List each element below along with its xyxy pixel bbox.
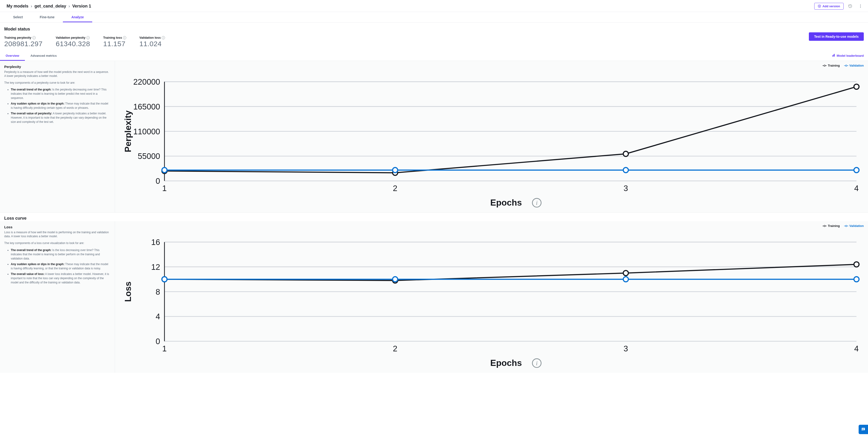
- perplexity-chart-area: Training Validation 05500011000016500022…: [115, 61, 868, 212]
- line-marker-icon: [823, 64, 827, 67]
- plus-circle-icon: [818, 4, 821, 8]
- svg-text:165000: 165000: [133, 102, 160, 111]
- svg-point-34: [162, 168, 167, 173]
- svg-point-45: [845, 225, 847, 227]
- primary-tabs: Select Fine-tune Analyze: [0, 12, 868, 23]
- svg-point-68: [854, 277, 859, 282]
- svg-text:Epochs: Epochs: [490, 358, 522, 368]
- model-status-block: Model status Training perplexityi 208981…: [0, 23, 868, 51]
- top-actions: Add version: [814, 2, 864, 10]
- perplexity-components-lead: The key components of a perplexity curve…: [4, 81, 111, 85]
- metric-training-loss: Training lossi 11.157: [103, 36, 126, 48]
- line-marker-icon: [823, 225, 827, 227]
- perplexity-subheading: Perplexity: [4, 65, 111, 69]
- breadcrumb-version[interactable]: Version 1: [72, 4, 91, 9]
- breadcrumb-model[interactable]: get_cand_delay: [34, 4, 66, 9]
- metric-validation-perplexity: Validation perplexityi 61340.328: [56, 36, 90, 48]
- chart-legend: Training Validation: [823, 224, 864, 228]
- loss-chart-area: Training Validation 04812161234LossEpoch…: [115, 221, 868, 373]
- legend-training[interactable]: Training: [823, 64, 840, 67]
- metric-label: Training loss: [103, 36, 122, 39]
- metric-validation-loss: Validation lossi 11.024: [140, 36, 165, 48]
- legend-validation[interactable]: Validation: [844, 64, 864, 67]
- chat-fab-icon[interactable]: [859, 425, 868, 434]
- svg-point-36: [623, 168, 628, 173]
- svg-point-14: [845, 65, 847, 66]
- svg-text:3: 3: [623, 344, 628, 353]
- test-ready-models-button[interactable]: Test in Ready-to-use models: [809, 32, 864, 41]
- list-item: Any sudden spikes or dips in the graph: …: [11, 101, 111, 110]
- add-version-label: Add version: [823, 4, 840, 8]
- svg-text:i: i: [536, 200, 537, 206]
- metric-value: 208981.297: [4, 40, 43, 48]
- svg-text:16: 16: [151, 238, 160, 246]
- svg-text:4: 4: [854, 184, 859, 193]
- metric-value: 11.157: [103, 40, 126, 48]
- svg-point-37: [854, 168, 859, 173]
- svg-text:0: 0: [156, 176, 160, 186]
- svg-text:55000: 55000: [138, 152, 160, 161]
- svg-rect-10: [834, 54, 835, 57]
- tab-fine-tune[interactable]: Fine-tune: [31, 12, 63, 22]
- perplexity-intro: Perplexity is a measure of how well the …: [4, 70, 111, 78]
- loss-section: Loss Loss is a measure of how well the m…: [0, 221, 868, 373]
- svg-rect-74: [862, 429, 864, 430]
- chevron-right-icon: ›: [68, 4, 70, 9]
- svg-rect-8: [832, 55, 833, 57]
- model-status-heading: Model status: [4, 27, 165, 32]
- tab-advanced-metrics[interactable]: Advanced metrics: [25, 51, 62, 61]
- secondary-tabs-row: Overview Advanced metrics Model leaderbo…: [0, 51, 868, 61]
- perplexity-chart[interactable]: 0550001100001650002200001234PerplexityEp…: [119, 64, 864, 210]
- info-icon[interactable]: i: [123, 36, 126, 39]
- svg-text:Perplexity: Perplexity: [123, 110, 133, 153]
- add-version-button[interactable]: Add version: [814, 3, 844, 10]
- svg-text:Loss: Loss: [123, 281, 133, 302]
- metric-label: Training perplexity: [4, 36, 31, 39]
- svg-text:2: 2: [393, 344, 397, 353]
- svg-text:12: 12: [151, 263, 160, 271]
- tab-overview[interactable]: Overview: [0, 51, 25, 61]
- chevron-right-icon: ›: [31, 4, 32, 9]
- top-bar: My models › get_cand_delay › Version 1 A…: [0, 0, 868, 12]
- legend-label: Training: [828, 224, 840, 228]
- legend-training[interactable]: Training: [823, 224, 840, 228]
- metric-value: 61340.328: [56, 40, 90, 48]
- list-item: The overall value of loss: A lower loss …: [11, 272, 111, 284]
- svg-point-6: [860, 6, 861, 6]
- list-item: The overall value of perplexity: A lower…: [11, 111, 111, 124]
- svg-point-35: [393, 168, 398, 173]
- svg-point-12: [824, 65, 825, 66]
- loss-intro: Loss is a measure of how well the model …: [4, 230, 111, 238]
- legend-validation[interactable]: Validation: [844, 224, 864, 228]
- svg-point-63: [623, 270, 628, 276]
- legend-label: Validation: [849, 64, 864, 67]
- kebab-menu-icon[interactable]: [857, 2, 864, 10]
- tab-select[interactable]: Select: [5, 12, 31, 22]
- main-scroll-area[interactable]: Model status Training perplexityi 208981…: [0, 23, 868, 436]
- model-leaderboard-link[interactable]: Model leaderboard: [832, 54, 864, 58]
- svg-point-33: [854, 84, 859, 89]
- leaderboard-label: Model leaderboard: [837, 54, 864, 58]
- svg-point-32: [623, 151, 628, 156]
- info-icon[interactable]: i: [32, 36, 36, 39]
- svg-text:i: i: [536, 360, 537, 367]
- tab-analyze[interactable]: Analyze: [63, 12, 92, 22]
- info-icon[interactable]: i: [86, 36, 90, 39]
- svg-text:1: 1: [162, 184, 166, 193]
- info-icon[interactable]: i: [162, 36, 165, 39]
- svg-text:220000: 220000: [133, 77, 160, 86]
- loss-components-lead: The key components of a loss curve visua…: [4, 241, 111, 245]
- history-icon[interactable]: [846, 2, 854, 10]
- breadcrumb-root[interactable]: My models: [6, 4, 28, 9]
- svg-text:2: 2: [393, 184, 397, 193]
- metrics-row: Training perplexityi 208981.297 Validati…: [4, 36, 165, 48]
- svg-rect-73: [862, 429, 864, 429]
- loss-curve-heading: Loss curve: [0, 212, 868, 221]
- list-item: The overall trend of the graph: Is the p…: [11, 88, 111, 100]
- line-marker-icon: [844, 64, 848, 67]
- metric-label: Validation loss: [140, 36, 161, 39]
- svg-point-64: [854, 262, 859, 267]
- loss-chart[interactable]: 04812161234LossEpochsi: [119, 225, 864, 370]
- svg-text:0: 0: [156, 337, 160, 346]
- legend-label: Training: [828, 64, 840, 67]
